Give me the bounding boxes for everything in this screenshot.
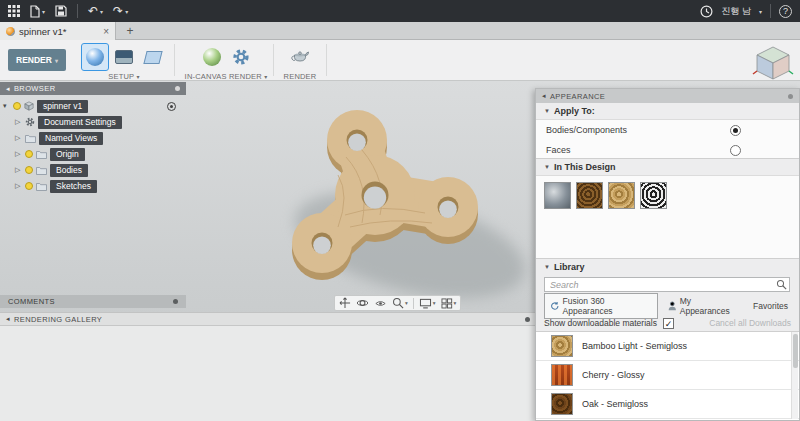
undo-button[interactable]: ↶ ▾: [88, 5, 103, 17]
visibility-bulb-icon[interactable]: [25, 166, 33, 174]
show-downloadable-checkbox[interactable]: ✓: [663, 318, 674, 329]
search-input[interactable]: [544, 277, 790, 292]
material-row-bamboo[interactable]: Bamboo Light - Semigloss: [536, 332, 799, 361]
radio-faces[interactable]: [730, 145, 741, 156]
tree-item-label[interactable]: Bodies: [50, 164, 88, 177]
tree-row-origin[interactable]: ▷ Origin: [0, 146, 186, 162]
collapse-arrow-icon[interactable]: ◂: [542, 92, 546, 100]
display-settings-button[interactable]: ▾: [419, 298, 436, 309]
tree-item-label[interactable]: Origin: [50, 148, 85, 161]
cancel-downloads-button[interactable]: Cancel all Downloads: [709, 318, 791, 328]
material-list: Bamboo Light - Semigloss Cherry - Glossy…: [536, 331, 799, 420]
tree-row-named-views[interactable]: ▷ Named Views: [0, 130, 186, 146]
expand-arrow-icon[interactable]: ▷: [15, 134, 22, 142]
appearance-panel-header[interactable]: ◂ APPEARANCE: [536, 89, 799, 103]
refresh-icon: [550, 301, 560, 311]
design-swatch-steel[interactable]: [544, 182, 571, 209]
visibility-bulb-icon[interactable]: [13, 102, 21, 110]
collapse-arrow-icon[interactable]: ◂: [6, 85, 10, 93]
decal-icon: [143, 51, 162, 64]
app-grid-icon[interactable]: [8, 5, 20, 17]
rendering-gallery-bar[interactable]: ◂ RENDERING GALLERY: [0, 312, 536, 326]
panel-pin-icon[interactable]: [788, 94, 793, 99]
collapse-arrow-icon[interactable]: ◂: [6, 315, 10, 323]
save-button[interactable]: [55, 5, 67, 17]
tree-row-sketches[interactable]: ▷ Sketches: [0, 178, 186, 194]
activate-component-radio[interactable]: [167, 102, 176, 111]
component-cube-icon: [24, 101, 34, 111]
save-status-icon: [6, 27, 15, 36]
decal-button[interactable]: [140, 44, 166, 70]
browser-tree: ▾ spinner v1 ▷ Document Settings ▷ Named…: [0, 95, 186, 194]
help-button[interactable]: ?: [779, 5, 792, 18]
render-button[interactable]: [287, 44, 313, 70]
document-tab-title: spinner v1*: [19, 26, 67, 37]
redo-button[interactable]: ↷ ▾: [113, 5, 128, 17]
view-cube[interactable]: [752, 44, 794, 82]
expand-arrow-icon[interactable]: ▷: [15, 166, 22, 174]
in-canvas-render-button[interactable]: [199, 44, 225, 70]
fusion-window: ▾ ↶ ▾ ↷ ▾ 진행 남 ▾ ? spinner v1* ×: [0, 0, 800, 421]
apply-to-section-header[interactable]: ▼ Apply To:: [536, 103, 799, 119]
material-thumbnail: [551, 335, 573, 357]
appearance-tool-button[interactable]: [82, 44, 108, 70]
visibility-bulb-icon[interactable]: [25, 182, 33, 190]
spinner-3d-model[interactable]: [250, 95, 550, 310]
panel-pin-icon[interactable]: [525, 317, 530, 322]
material-thumbnail: [551, 364, 573, 386]
apply-to-options: Bodies/Components Faces: [536, 119, 799, 159]
tree-root-row[interactable]: ▾ spinner v1: [0, 98, 186, 114]
tree-item-label[interactable]: Sketches: [50, 180, 97, 193]
expand-arrow-icon[interactable]: ▾: [3, 102, 10, 110]
rendering-gallery-body: [0, 326, 536, 421]
material-row-cherry[interactable]: Cherry - Glossy: [536, 361, 799, 390]
browser-panel-title: BROWSER: [14, 84, 56, 93]
new-document-tab-button[interactable]: +: [122, 23, 138, 39]
tree-row-bodies[interactable]: ▷ Bodies: [0, 162, 186, 178]
comments-bar[interactable]: COMMENTS: [0, 295, 186, 308]
scene-settings-button[interactable]: [111, 44, 137, 70]
library-section-header[interactable]: ▼ Library: [536, 259, 799, 275]
user-account-label[interactable]: 진행 남: [721, 5, 751, 18]
expand-arrow-icon[interactable]: ▷: [15, 150, 22, 158]
apply-option-faces[interactable]: Faces: [536, 140, 799, 160]
expand-arrow-icon[interactable]: ▷: [15, 182, 22, 190]
in-this-design-section-header[interactable]: ▼ In This Design: [536, 159, 799, 175]
redo-icon: ↷: [113, 5, 123, 17]
chevron-down-icon[interactable]: ▾: [759, 8, 762, 15]
chevron-down-icon: ▾: [42, 8, 45, 15]
zoom-window-button[interactable]: ▾: [392, 297, 408, 309]
radio-bodies-components[interactable]: [730, 125, 741, 136]
tree-row-document-settings[interactable]: ▷ Document Settings: [0, 114, 186, 130]
orbit-button[interactable]: [356, 297, 369, 309]
render-settings-button[interactable]: [228, 44, 254, 70]
downloadable-row: Show downloadable materials ✓ Cancel all…: [536, 315, 799, 331]
panel-pin-icon[interactable]: [173, 299, 178, 304]
design-swatch-zebra[interactable]: [640, 182, 667, 209]
material-list-scrollbar[interactable]: [791, 332, 798, 419]
design-swatch-bamboo[interactable]: [608, 182, 635, 209]
workspace-switcher-button[interactable]: RENDER ▾: [8, 49, 66, 71]
scrollbar-thumb[interactable]: [793, 334, 798, 368]
job-status-clock-icon[interactable]: [700, 5, 713, 18]
visibility-bulb-icon[interactable]: [25, 150, 33, 158]
tree-root-label[interactable]: spinner v1: [37, 100, 88, 113]
person-icon: [668, 301, 677, 311]
design-swatch-walnut[interactable]: [576, 182, 603, 209]
tree-item-label[interactable]: Document Settings: [38, 116, 122, 129]
expand-arrow-icon[interactable]: ▷: [15, 118, 22, 126]
grid-layout-button[interactable]: ▾: [441, 298, 457, 309]
close-icon[interactable]: ×: [103, 26, 109, 37]
tab-favorites[interactable]: Favorites: [750, 299, 791, 313]
file-menu-button[interactable]: ▾: [30, 5, 45, 18]
document-tab-active[interactable]: spinner v1* ×: [0, 22, 116, 40]
look-at-button[interactable]: [374, 298, 387, 309]
panel-pin-icon[interactable]: [175, 86, 180, 91]
apply-option-bodies[interactable]: Bodies/Components: [536, 120, 799, 140]
appearance-panel-title: APPEARANCE: [550, 92, 605, 101]
browser-panel-header[interactable]: ◂ BROWSER: [0, 82, 186, 95]
in-this-design-box: [536, 175, 799, 259]
material-row-oak[interactable]: Oak - Semigloss: [536, 390, 799, 419]
tree-item-label[interactable]: Named Views: [39, 132, 103, 145]
pan-button[interactable]: [339, 297, 351, 309]
